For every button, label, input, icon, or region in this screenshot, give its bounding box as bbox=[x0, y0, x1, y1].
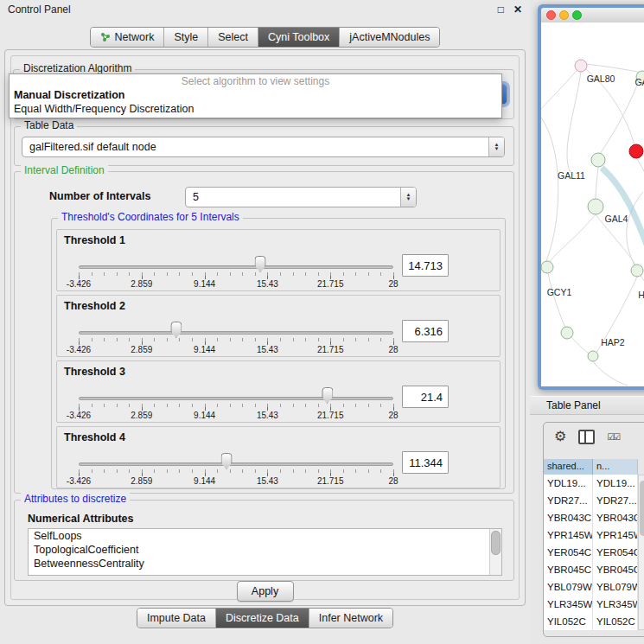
table-data-group-title: Table Data bbox=[21, 119, 77, 131]
tick-label: -3.426 bbox=[67, 476, 91, 486]
slider-thumb[interactable] bbox=[255, 256, 266, 272]
numerical-attributes-list[interactable]: SelfLoopsTopologicalCoefficientBetweenne… bbox=[28, 528, 502, 576]
threshold-label: Threshold 1 bbox=[64, 234, 125, 246]
bottom-tab-bar: Impute DataDiscretize DataInfer Network bbox=[137, 608, 393, 628]
cell-name: YBR045C bbox=[593, 561, 638, 578]
popup-item-manual-discretization[interactable]: Manual Discretization bbox=[10, 88, 501, 102]
table-data-combobox[interactable]: galFiltered.sif default node ▲▼ bbox=[22, 137, 505, 157]
list-item[interactable]: SelfLoops bbox=[29, 529, 501, 543]
slider-ticks bbox=[79, 469, 394, 476]
columns-icon[interactable] bbox=[578, 430, 595, 444]
network-node-label: GAL11 bbox=[558, 170, 585, 181]
combo-stepper-icon[interactable]: ▲▼ bbox=[400, 188, 416, 207]
slider-thumb[interactable] bbox=[170, 322, 182, 338]
table-row[interactable]: YER054CYER054C bbox=[544, 544, 638, 561]
network-node-red[interactable] bbox=[629, 144, 643, 158]
tick-label: 9.144 bbox=[194, 411, 215, 420]
num-intervals-combobox[interactable]: 5 ▲▼ bbox=[185, 187, 417, 207]
network-node-green[interactable] bbox=[588, 351, 598, 361]
slider-track[interactable] bbox=[79, 462, 393, 466]
slider-thumb[interactable] bbox=[322, 387, 333, 404]
column-header-shared-name[interactable]: shared... bbox=[544, 459, 593, 475]
network-node-pink[interactable] bbox=[575, 60, 587, 72]
table-row[interactable]: YPR145WYPR145W bbox=[544, 526, 638, 544]
table-row[interactable]: YLR345WYLR345W bbox=[544, 596, 638, 613]
list-scrollbar[interactable] bbox=[489, 529, 501, 575]
table-row[interactable]: YDR27...YDR27... bbox=[544, 492, 638, 509]
tick-label: -3.426 bbox=[67, 279, 91, 289]
gear-icon[interactable]: ⚙ bbox=[554, 430, 566, 443]
tick-label: 28 bbox=[388, 476, 398, 486]
list-item[interactable]: TopologicalCoefficient bbox=[29, 543, 501, 557]
combo-stepper-icon[interactable]: ▲▼ bbox=[488, 137, 504, 156]
slider-track[interactable] bbox=[79, 331, 393, 335]
cell-name: YPR145W bbox=[593, 526, 638, 544]
slider-thumb[interactable] bbox=[221, 453, 233, 469]
algorithm-dropdown-popup: Select algorithm to view settings Manual… bbox=[9, 73, 502, 118]
cell-shared-name: YBR045C bbox=[544, 561, 593, 578]
scrollbar-thumb[interactable] bbox=[640, 481, 644, 536]
table-header-row: shared... n... bbox=[544, 459, 644, 475]
tab-network[interactable]: Network bbox=[91, 28, 164, 47]
network-edge bbox=[596, 167, 598, 199]
threshold-value-input[interactable] bbox=[402, 386, 449, 408]
network-edge bbox=[593, 361, 628, 386]
network-node-green[interactable] bbox=[588, 199, 603, 214]
threshold-value-input[interactable] bbox=[402, 320, 449, 342]
tick-label: 21.715 bbox=[317, 345, 344, 354]
table-row[interactable]: YDL19...YDL19... bbox=[544, 475, 638, 492]
network-edge bbox=[600, 83, 638, 154]
slider-track[interactable] bbox=[79, 397, 393, 400]
float-window-icon[interactable]: □ bbox=[498, 4, 504, 15]
close-traffic-light-icon[interactable] bbox=[546, 10, 556, 20]
network-node-label: GAL80 bbox=[587, 73, 615, 84]
tab-discretize-data[interactable]: Discretize Data bbox=[215, 609, 309, 628]
table-scrollbar[interactable] bbox=[638, 475, 644, 630]
tab-cyni-toolbox[interactable]: Cyni Toolbox bbox=[258, 28, 339, 47]
network-edge bbox=[541, 118, 558, 269]
tab-select[interactable]: Select bbox=[207, 28, 258, 47]
tick-label: 9.144 bbox=[194, 345, 215, 354]
checkbox-columns-icon[interactable]: ☑☑ bbox=[607, 432, 619, 442]
network-graph[interactable]: GAL80GAL11GAL4GCY1HAP2GAH bbox=[541, 22, 644, 386]
network-canvas[interactable]: GAL80GAL11GAL4GCY1HAP2GAH bbox=[541, 22, 644, 386]
minimize-traffic-light-icon[interactable] bbox=[559, 10, 569, 20]
network-edge bbox=[636, 158, 644, 185]
slider-ticks bbox=[79, 272, 394, 279]
tick-label: 2.859 bbox=[131, 476, 152, 486]
network-node-green[interactable] bbox=[591, 153, 605, 167]
apply-button[interactable]: Apply bbox=[237, 581, 294, 602]
network-node-green[interactable] bbox=[631, 265, 643, 277]
slider-track[interactable] bbox=[79, 265, 393, 269]
table-row[interactable]: YIL052CYIL052C bbox=[544, 613, 638, 630]
network-node-label: H bbox=[638, 290, 644, 300]
thresholds-group: Threshold's Coordinates for 5 Intervals … bbox=[51, 218, 506, 489]
threshold-value-input[interactable] bbox=[402, 451, 449, 474]
column-header-name[interactable]: n... bbox=[593, 459, 638, 475]
network-edge bbox=[570, 335, 589, 354]
tick-label: 2.859 bbox=[131, 279, 152, 289]
node-table: shared... n... YDL19...YDL19...YDR27...Y… bbox=[544, 459, 644, 630]
tab-infer-network[interactable]: Infer Network bbox=[309, 609, 392, 628]
scrollbar-thumb[interactable] bbox=[491, 531, 501, 555]
tab-style[interactable]: Style bbox=[163, 28, 207, 47]
threshold-slider[interactable]: -3.4262.8599.14415.4321.71528 bbox=[75, 322, 397, 356]
table-row[interactable]: YBL079WYBL079W bbox=[544, 578, 638, 596]
control-panel: Control Panel □ ✕ NetworkStyleSelectCyni… bbox=[0, 0, 531, 644]
network-node-green[interactable] bbox=[561, 327, 573, 339]
threshold-slider[interactable]: -3.4262.8599.14415.4321.71528 bbox=[75, 256, 397, 290]
threshold-slider[interactable]: -3.4262.8599.14415.4321.71528 bbox=[75, 453, 397, 488]
threshold-value-input[interactable] bbox=[402, 254, 449, 277]
popup-item-equal-width-frequency[interactable]: Equal Width/Frequency Discretization bbox=[10, 102, 501, 116]
table-row[interactable]: YBR045CYBR045C bbox=[544, 561, 638, 578]
threshold-slider[interactable]: -3.4262.8599.14415.4321.71528 bbox=[75, 387, 397, 422]
cell-shared-name: YBR043C bbox=[544, 509, 593, 526]
tab-jactivemnodules[interactable]: jActiveMNodules bbox=[339, 28, 439, 47]
tab-impute-data[interactable]: Impute Data bbox=[137, 609, 215, 628]
table-row[interactable]: YBR043CYBR043C bbox=[544, 509, 638, 526]
close-icon[interactable]: ✕ bbox=[513, 4, 522, 15]
tick-label: 9.144 bbox=[194, 476, 215, 486]
list-item[interactable]: BetweennessCentrality bbox=[29, 557, 501, 571]
network-node-green[interactable] bbox=[541, 261, 553, 273]
zoom-traffic-light-icon[interactable] bbox=[572, 10, 582, 20]
